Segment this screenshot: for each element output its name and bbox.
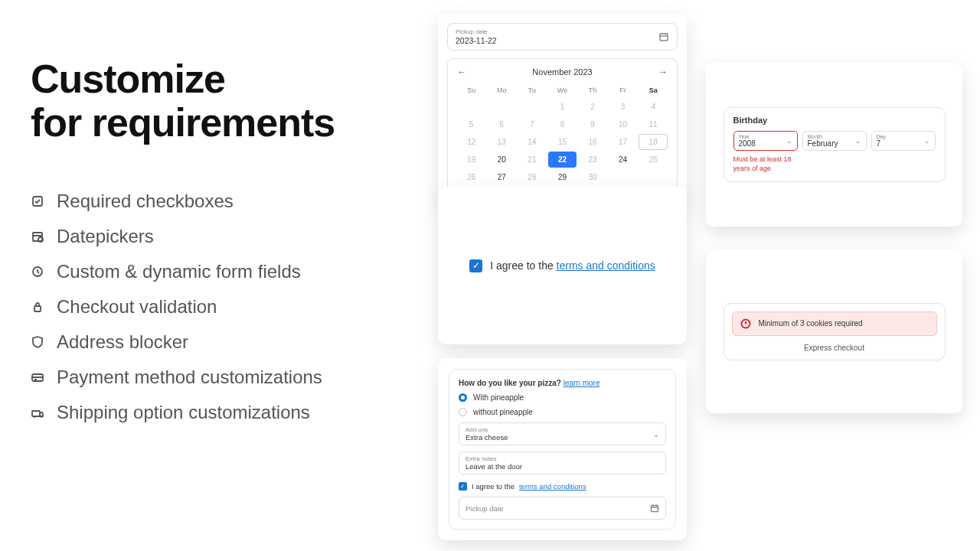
dow-label: Tu (518, 83, 547, 97)
feature-icon (31, 265, 44, 279)
calendar-day: 26 (457, 169, 486, 185)
feature-item: Datepickers (31, 226, 413, 247)
day-select[interactable]: Day7⌄ (871, 131, 936, 151)
feature-icon (31, 300, 44, 314)
calendar-popup: ← November 2023 → SuMoTuWeThFrSa12345678… (447, 58, 678, 195)
error-banner: Minimum of 3 cookies required (732, 311, 937, 336)
feature-icon (31, 406, 44, 419)
calendar-day: 7 (518, 116, 547, 132)
terms-text: I agree to the terms and conditions (490, 259, 655, 272)
terms-card: ✓ I agree to the terms and conditions (438, 187, 687, 344)
pickup-value: 2023-11-22 (456, 36, 497, 45)
calendar-day: 12 (457, 134, 486, 150)
calendar-day[interactable]: 27 (488, 169, 517, 185)
svg-rect-6 (32, 411, 40, 416)
calendar-day: 28 (518, 169, 547, 185)
calendar-day: 23 (578, 152, 607, 168)
dow-label: Mo (488, 83, 517, 97)
calendar-day: 14 (518, 134, 547, 150)
calendar-day (488, 99, 517, 115)
month-label: November 2023 (532, 67, 592, 77)
calendar-day (609, 169, 638, 185)
svg-rect-4 (34, 306, 41, 311)
calendar-day[interactable]: 29 (548, 169, 577, 185)
dow-label: Su (457, 83, 486, 97)
feature-label: Datepickers (57, 226, 154, 247)
feature-label: Payment method customizations (57, 367, 322, 388)
feature-label: Custom & dynamic form fields (57, 261, 301, 282)
feature-icon (31, 335, 44, 349)
calendar-day (639, 169, 668, 185)
calendar-day: 3 (609, 99, 638, 115)
feature-label: Shipping option customizations (57, 402, 310, 423)
dow-label: Sa (639, 83, 668, 97)
feature-label: Required checkboxes (57, 191, 234, 212)
feature-icon (31, 230, 44, 243)
next-month-button[interactable]: → (658, 67, 668, 77)
calendar-day[interactable]: 22 (548, 152, 577, 168)
calendar-day: 25 (639, 152, 668, 168)
svg-rect-8 (652, 506, 658, 512)
feature-icon (31, 194, 44, 208)
calendar-card: Pickup date 2023-11-22 ← November 2023 →… (438, 14, 687, 204)
calendar-day: 17 (609, 134, 638, 150)
calendar-day: 11 (639, 116, 668, 132)
pickup-date-input[interactable]: Pickup date 2023-11-22 (447, 23, 678, 51)
calendar-day: 6 (488, 116, 517, 132)
birthday-card: Birthday Year2008⌄ MonthFebruary⌄ Day7⌄ … (706, 63, 962, 227)
calendar-day[interactable]: 18 (639, 134, 668, 150)
dow-label: Th (578, 83, 607, 97)
radio-without-pineapple[interactable]: without pineapple (459, 408, 666, 416)
learn-more-link[interactable]: learn more (564, 379, 600, 387)
headline-line-2: for requirements (31, 101, 413, 145)
dow-label: We (548, 83, 577, 97)
calendar-day (457, 99, 486, 115)
feature-item: Custom & dynamic form fields (31, 261, 413, 282)
chevron-down-icon: ⌄ (855, 137, 861, 145)
dow-label: Fr (609, 83, 638, 97)
year-select[interactable]: Year2008⌄ (733, 131, 798, 151)
headline-line-1: Customize (31, 57, 413, 101)
calendar-day: 15 (548, 134, 577, 150)
feature-label: Checkout validation (57, 296, 217, 318)
svg-rect-7 (660, 34, 668, 41)
calendar-day: 21 (518, 152, 547, 168)
prev-month-button[interactable]: ← (457, 67, 466, 77)
calendar-day[interactable]: 24 (609, 152, 638, 168)
chevron-down-icon: ⌄ (653, 430, 659, 439)
pizza-terms-checkbox[interactable]: ✓ (459, 482, 467, 491)
chevron-down-icon: ⌄ (924, 137, 930, 145)
express-checkout-label: Express checkout (732, 344, 937, 352)
calendar-day: 8 (548, 116, 577, 132)
birthday-title: Birthday (733, 116, 936, 125)
chevron-down-icon: ⌄ (786, 137, 792, 145)
radio-with-pineapple[interactable]: With pineapple (459, 393, 666, 402)
pizza-terms-row: ✓ I agree to the terms and conditions (459, 482, 666, 491)
addons-select[interactable]: Add onsExtra cheese ⌄ (459, 422, 666, 445)
notes-input[interactable]: Extra notesLeave at the door (459, 452, 666, 474)
calendar-day: 2 (578, 99, 607, 115)
headline: Customize for requirements (31, 57, 413, 145)
validation-card: Minimum of 3 cookies required Express ch… (706, 249, 962, 413)
terms-link[interactable]: terms and conditions (557, 259, 655, 272)
calendar-icon (658, 31, 669, 42)
calendar-day: 1 (548, 99, 577, 115)
feature-item: Checkout validation (31, 296, 413, 318)
pizza-terms-link[interactable]: terms and conditions (519, 482, 586, 491)
feature-item: Shipping option customizations (31, 402, 413, 423)
pizza-pickup-input[interactable]: Pickup date (459, 497, 666, 520)
feature-label: Address blocker (57, 331, 188, 353)
calendar-day: 9 (578, 116, 607, 132)
calendar-day: 16 (578, 134, 607, 150)
feature-item: Address blocker (31, 331, 413, 353)
month-select[interactable]: MonthFebruary⌄ (802, 131, 867, 151)
feature-list: Required checkboxesDatepickersCustom & d… (31, 191, 413, 423)
birthday-error: Must be at least 18 years of age (733, 155, 810, 173)
terms-checkbox[interactable]: ✓ (469, 259, 482, 272)
calendar-day: 30 (578, 169, 607, 185)
calendar-day[interactable]: 20 (488, 152, 517, 168)
calendar-day (518, 99, 547, 115)
feature-icon (31, 370, 44, 384)
feature-item: Required checkboxes (31, 191, 413, 212)
calendar-day: 10 (609, 116, 638, 132)
